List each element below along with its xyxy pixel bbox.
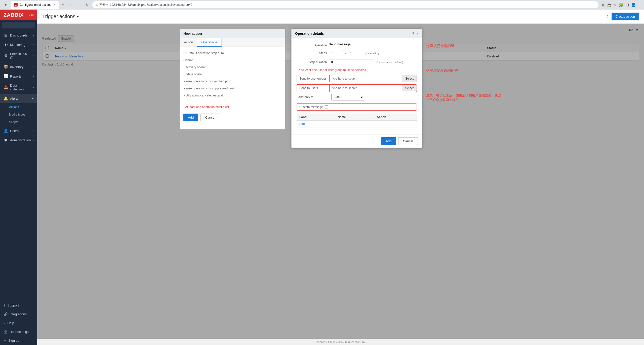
steps-field: 1 - 1 (0 - infinitely) [329, 50, 417, 56]
zabbix-favicon: Z [14, 3, 18, 7]
profile-icon[interactable]: 👤 [631, 3, 636, 7]
sidebar-item-reports[interactable]: 📊 Reports › [0, 72, 37, 81]
chevron-right-icon: › [31, 330, 32, 334]
sidebar-item-user-settings[interactable]: 👤 User settings › [0, 327, 37, 336]
expand-icon[interactable]: ⊞ [31, 13, 34, 17]
tab-title: Configuration of actions [20, 3, 51, 7]
sidebar-item-administration[interactable]: 🛠 Administration › [0, 135, 37, 145]
notify-canceled-field: Notify about canceled escalat [183, 93, 281, 97]
sidebar-item-inventory[interactable]: 📦 Inventory › [0, 62, 37, 72]
pause-suppressed-label: Pause operations for suppressed prob [183, 86, 234, 90]
translate-icon[interactable]: ⊞ [602, 3, 605, 7]
sidebar-item-monitoring[interactable]: 👁 Monitoring › [0, 40, 37, 49]
sidebar-logo: ZABBIX « ⊞ [0, 10, 37, 20]
services-icon: ⚙ [4, 53, 8, 58]
sidebar-item-sign-out[interactable]: ↩ Sign out [0, 336, 37, 345]
sidebar-item-users[interactable]: 👤 Users › [0, 126, 37, 135]
custom-message-checkbox[interactable] [325, 105, 328, 109]
at-least-one-warning: * At least one user or user group must b… [297, 68, 417, 72]
steps-from-input[interactable]: 1 [329, 50, 344, 56]
forward-button[interactable]: → [76, 1, 83, 8]
collapse-icon[interactable]: « [28, 13, 30, 17]
address-bar[interactable]: ⚠ 不安全 192.168.234.33/zabbix.php?action=a… [92, 1, 598, 8]
new-tab-button[interactable]: + [61, 2, 64, 8]
send-to-groups-select-button[interactable]: Select [402, 75, 417, 82]
tab-action[interactable]: Action [180, 38, 197, 47]
chevron-right-icon: › [33, 65, 34, 68]
sidebar-item-services[interactable]: ⚙ Services 00 @ › [0, 49, 37, 62]
tab-dropdown[interactable]: ▾ [2, 1, 9, 8]
operation-field: Operat [183, 57, 281, 62]
conditions-add-cell: Add [297, 121, 417, 127]
url-text: 192.168.234.33/zabbix.php?action=action.… [110, 3, 192, 7]
security-warning-icon: ⚠ [95, 3, 98, 7]
extension-icon[interactable]: 🧩 [619, 3, 624, 7]
send-to-groups-row: Send to user groups Select [297, 75, 417, 82]
step-duration-row: Step duration 0 (0 - use action default) [297, 59, 417, 65]
browser-right-icons: ⊞ ⬒ ☆ 🧩 ⊟ 👤 ⋮ [602, 3, 642, 7]
sidebar-item-label: Administration [10, 138, 31, 142]
sidebar-item-alerts[interactable]: 🔔 Alerts ∨ [0, 94, 37, 103]
sub-item-label: Actions [9, 105, 19, 109]
send-only-to-label: Send only to [297, 95, 329, 99]
sidebar-divider [0, 300, 37, 300]
send-to-users-row: Send to users Select [297, 84, 417, 92]
dialog-close-icon[interactable]: × [416, 31, 418, 36]
pause-symptom-field: Pause operations for symptom prob [183, 79, 281, 83]
sidebar-search-container: 🔍 [0, 20, 37, 30]
panel-body: * Default operation step dura Operat Rec… [180, 47, 285, 103]
sidebar-item-label: Alerts [10, 97, 18, 100]
panel-cancel-button[interactable]: Cancel [200, 114, 220, 121]
steps-to-input[interactable]: 1 [348, 50, 363, 56]
sidebar-sub-item-scripts[interactable]: Scripts [0, 118, 37, 126]
op-dialog-add-button[interactable]: Add [381, 137, 396, 145]
sign-out-label: Sign out [8, 339, 20, 342]
sidebar-icon[interactable]: ⊟ [626, 3, 629, 7]
bookmark-icon[interactable]: ☆ [613, 3, 617, 7]
browser-tab[interactable]: Z Configuration of actions × [11, 1, 59, 9]
op-dialog-cancel-button[interactable]: Cancel [398, 137, 418, 145]
user-settings-icon: 👤 [4, 330, 8, 334]
menu-icon[interactable]: ⋮ [638, 3, 642, 7]
alerts-icon: 🔔 [4, 96, 8, 101]
help-icon[interactable]: ? [607, 15, 609, 19]
send-to-groups-input[interactable] [330, 75, 402, 82]
tab-close-button[interactable]: × [53, 3, 55, 7]
operation-label: Operat [183, 57, 224, 62]
data-collection-icon: 📥 [4, 85, 8, 90]
annotations-panel: 这里填要发送的组 这里填要发送的用户 注意：填了组之后，如果所填的用户在组里面，… [426, 29, 502, 102]
integrations-icon: 🔗 [4, 312, 8, 316]
conditions-name-col: Name [335, 114, 374, 121]
sidebar-sub-item-actions[interactable]: Actions [0, 103, 37, 111]
sidebar-item-data-collection[interactable]: 📥 Data collection › [0, 81, 37, 94]
refresh-button[interactable]: ↻ [84, 1, 91, 8]
back-button[interactable]: ← [68, 1, 75, 8]
send-to-users-select-button[interactable]: Select [402, 85, 417, 91]
sidebar-item-dashboards[interactable]: ⊞ Dashboards › [0, 30, 37, 40]
create-action-button[interactable]: Create action [612, 13, 639, 20]
logo-text: ZABBIX [4, 12, 24, 18]
sidebar-sub-item-media-types[interactable]: Media types [0, 111, 37, 118]
sidebar-item-label: Users [10, 129, 19, 133]
dialog-help-icon[interactable]: ? [412, 31, 414, 36]
sidebar-item-support[interactable]: ? Support [0, 301, 37, 310]
sign-out-icon: ↩ [4, 339, 6, 342]
step-duration-input[interactable]: 0 [329, 59, 374, 65]
operation-row: Operation Send message [297, 42, 417, 47]
screenshot-icon[interactable]: ⬒ [607, 3, 611, 7]
conditions-add-link[interactable]: Add [299, 122, 305, 126]
custom-message-label: Custom message [299, 105, 323, 109]
sub-item-label: Scripts [9, 120, 18, 124]
default-step-duration-field: * Default operation step dura [183, 50, 281, 55]
chevron-right-icon: › [33, 75, 34, 78]
sidebar-item-integrations[interactable]: 🔗 Integrations [0, 310, 37, 319]
tab-operations[interactable]: Operations [197, 38, 222, 47]
support-icon: ? [4, 303, 5, 307]
dropdown-icon[interactable]: ▾ [77, 15, 79, 19]
sidebar-search-input[interactable] [2, 22, 35, 28]
send-only-to-select[interactable]: - All - [331, 94, 364, 100]
send-to-users-input[interactable] [330, 85, 402, 91]
annotation-warning-note: 注意：填了组之后，如果所填的用户在组里面，则这个用户会接收两次邮件 [426, 93, 502, 102]
panel-add-button[interactable]: Add [183, 114, 198, 121]
sidebar-item-help[interactable]: ? Help [0, 319, 37, 327]
